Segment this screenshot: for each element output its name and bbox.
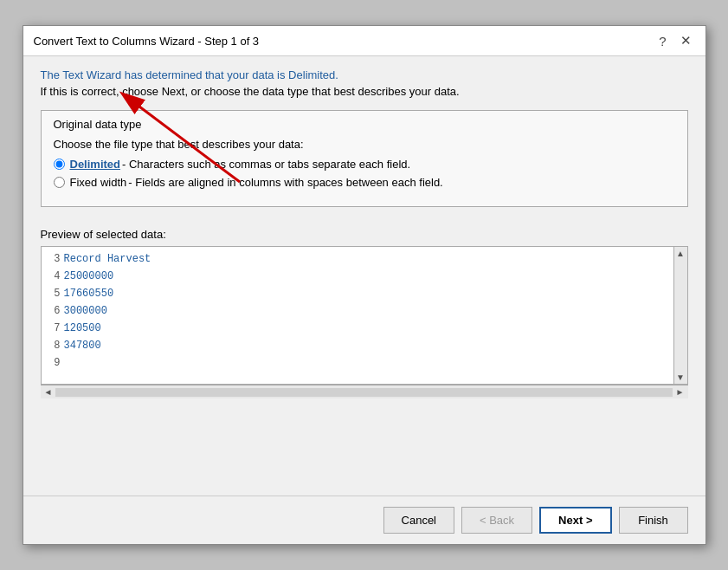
original-data-type-group: Original data type Choose the file type … bbox=[41, 110, 688, 207]
preview-row-7: 9 bbox=[45, 354, 670, 372]
delimited-radio[interactable] bbox=[54, 159, 65, 170]
preview-section: Preview of selected data: 3 Record Harve… bbox=[41, 228, 688, 483]
horizontal-scrollbar[interactable]: ◄ ► bbox=[41, 385, 688, 398]
fixed-width-radio[interactable] bbox=[54, 177, 65, 188]
scroll-track bbox=[55, 388, 672, 397]
fixed-width-label[interactable]: Fixed width - Fields are aligned in colu… bbox=[70, 176, 443, 189]
cancel-button[interactable]: Cancel bbox=[383, 507, 454, 534]
scroll-down-arrow[interactable]: ▼ bbox=[676, 372, 685, 382]
delimited-label-text: Delimited bbox=[70, 158, 121, 171]
title-bar-controls: ? ✕ bbox=[655, 33, 694, 49]
fixed-width-label-text: Fixed width bbox=[70, 176, 127, 189]
finish-button[interactable]: Finish bbox=[619, 507, 688, 534]
delimited-radio-row: Delimited - Characters such as commas or… bbox=[54, 158, 675, 171]
back-button[interactable]: < Back bbox=[461, 507, 532, 534]
fixed-width-desc: - Fields are aligned in columns with spa… bbox=[128, 176, 442, 189]
delimited-desc: - Characters such as commas or tabs sepa… bbox=[122, 158, 410, 171]
preview-row-2: 4 25000000 bbox=[45, 268, 670, 285]
dialog-title: Convert Text to Columns Wizard - Step 1 … bbox=[34, 35, 260, 48]
delimited-label[interactable]: Delimited - Characters such as commas or… bbox=[70, 158, 411, 171]
dialog-footer: Cancel < Back Next > Finish bbox=[23, 496, 705, 544]
dialog-body: The Text Wizard has determined that your… bbox=[23, 56, 705, 496]
preview-content[interactable]: 3 Record Harvest 4 25000000 5 17660550 6… bbox=[42, 247, 673, 384]
scroll-right-arrow[interactable]: ► bbox=[673, 387, 688, 397]
help-button[interactable]: ? bbox=[655, 33, 669, 49]
fixed-width-radio-row: Fixed width - Fields are aligned in colu… bbox=[54, 176, 675, 189]
group-title: Original data type bbox=[54, 118, 675, 131]
preview-box: 3 Record Harvest 4 25000000 5 17660550 6… bbox=[41, 246, 688, 385]
main-dialog: Convert Text to Columns Wizard - Step 1 … bbox=[23, 25, 706, 545]
vertical-scrollbar[interactable]: ▲ ▼ bbox=[673, 247, 687, 384]
scroll-up-arrow[interactable]: ▲ bbox=[676, 249, 685, 258]
info-line2: If this is correct, choose Next, or choo… bbox=[41, 85, 688, 98]
preview-row-6: 8 347800 bbox=[45, 337, 670, 354]
title-bar: Convert Text to Columns Wizard - Step 1 … bbox=[23, 26, 705, 56]
choose-label: Choose the file type that best describes… bbox=[54, 138, 675, 151]
next-button[interactable]: Next > bbox=[539, 507, 611, 534]
preview-row-3: 5 17660550 bbox=[45, 285, 670, 302]
close-button[interactable]: ✕ bbox=[677, 33, 695, 49]
preview-row-1: 3 Record Harvest bbox=[45, 250, 670, 268]
scroll-left-arrow[interactable]: ◄ bbox=[41, 387, 56, 397]
preview-label: Preview of selected data: bbox=[41, 228, 688, 241]
info-line1: The Text Wizard has determined that your… bbox=[41, 68, 688, 81]
preview-row-5: 7 120500 bbox=[45, 320, 670, 337]
preview-row-4: 6 3000000 bbox=[45, 302, 670, 320]
